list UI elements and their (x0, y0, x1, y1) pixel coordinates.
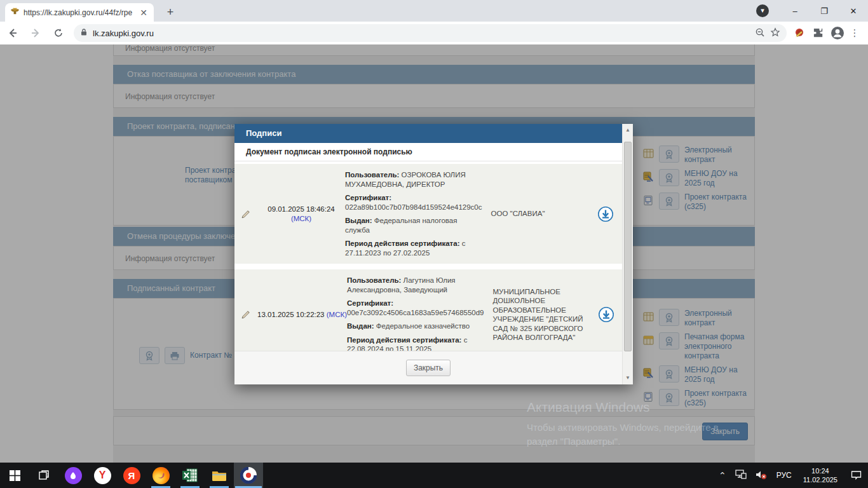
watermark-title: Активация Windows (527, 399, 736, 416)
msk-link[interactable]: (МСК) (257, 214, 345, 224)
window-restore-button[interactable]: ❐ (810, 0, 839, 22)
page-content: Информация отсутствует Отказ поставщика … (0, 44, 868, 463)
signature-pencil-icon (234, 209, 257, 219)
signature-datetime: 13.01.2025 10:22:23 (МСК) (257, 310, 347, 320)
scrollbar-thumb[interactable] (624, 142, 632, 351)
network-icon[interactable] (731, 470, 751, 481)
browser-toolbar: lk.zakupki.gov.ru ⋮ (0, 22, 868, 44)
doc-signed-label: Документ подписан электронной подписью (234, 143, 622, 161)
signature-pencil-icon (234, 309, 257, 320)
url-text[interactable]: lk.zakupki.gov.ru (93, 29, 750, 38)
coat-of-arms-favicon (10, 6, 20, 18)
browser-update-icon[interactable]: ▾ (756, 4, 769, 17)
scroll-up-icon[interactable]: ▲ (623, 125, 633, 135)
new-tab-button[interactable]: + (163, 5, 178, 20)
file-explorer-icon[interactable] (205, 463, 234, 488)
lock-icon (80, 28, 88, 38)
extensions-puzzle-icon[interactable] (811, 25, 826, 41)
dialog-title: Подписи (234, 124, 633, 143)
alice-assistant-icon[interactable] (58, 463, 88, 488)
watermark-line1: Чтобы активировать Windows, перейдите в (527, 421, 736, 435)
download-signature-icon[interactable] (589, 206, 622, 222)
msk-link[interactable]: (МСК) (327, 311, 347, 318)
sputnik-browser-icon-active[interactable] (234, 463, 263, 488)
window-close-button[interactable]: ✕ (839, 0, 868, 22)
url-bar[interactable]: lk.zakupki.gov.ru (74, 24, 787, 42)
zoom-out-icon[interactable] (755, 27, 765, 39)
tab-title: https://lk.zakupki.gov.ru/44fz/rpe (24, 8, 135, 17)
signature-row: 13.01.2025 10:22:23 (МСК) Пользователь: … (234, 269, 622, 360)
tab-strip: https://lk.zakupki.gov.ru/44fz/rpe ✕ + ▾… (0, 0, 868, 22)
signer-organization: МУНИЦИПАЛЬНОЕ ДОШКОЛЬНОЕ ОБРАЗОВАТЕЛЬНОЕ… (484, 287, 591, 342)
profile-avatar[interactable] (830, 25, 845, 41)
forward-icon[interactable] (25, 24, 46, 42)
tab-close-icon[interactable]: ✕ (139, 7, 149, 18)
task-view-button[interactable] (29, 463, 58, 488)
action-center-icon[interactable] (844, 463, 868, 488)
browser-tab[interactable]: https://lk.zakupki.gov.ru/44fz/rpe ✕ (5, 3, 154, 22)
signature-row: 09.01.2025 18:46:24 (МСК) Пользователь: … (234, 164, 622, 264)
windows-activation-watermark: Активация Windows Чтобы активировать Win… (527, 399, 736, 449)
cryptopro-extension-icon[interactable] (792, 25, 807, 41)
firefox-icon[interactable] (146, 463, 175, 488)
language-indicator[interactable]: РУС (771, 471, 797, 480)
windows-taskbar: Y Я ⌃ РУС 10:24 11.02.20 (0, 463, 868, 488)
certificate-details: Пользователь: Лагутина Юлия Александровн… (347, 276, 484, 354)
dialog-scrollbar[interactable]: ▲ ▼ (622, 124, 633, 384)
dialog-close-button[interactable]: Закрыть (406, 360, 451, 376)
excel-icon[interactable] (175, 463, 205, 488)
clock-date: 11.02.2025 (803, 475, 837, 484)
watermark-line2: раздел "Параметры". (527, 435, 736, 449)
dialog-footer: Закрыть (234, 351, 622, 384)
signature-datetime: 09.01.2025 18:46:24 (МСК) (257, 205, 345, 224)
bookmark-star-icon[interactable] (770, 27, 780, 39)
volume-muted-icon[interactable] (751, 470, 771, 482)
signatures-dialog: Подписи Документ подписан электронной по… (234, 124, 633, 384)
scroll-down-icon[interactable]: ▼ (623, 373, 633, 383)
signer-organization: ООО "СЛАВИА" (482, 209, 589, 219)
start-button[interactable] (0, 463, 29, 488)
window-minimize-button[interactable]: – (780, 0, 810, 22)
taskbar-clock[interactable]: 10:24 11.02.2025 (797, 466, 844, 484)
yandex-icon[interactable]: Я (117, 463, 146, 488)
browser-menu-icon[interactable]: ⋮ (849, 27, 860, 39)
download-signature-icon[interactable] (591, 306, 622, 323)
back-icon[interactable] (3, 24, 23, 42)
tray-chevron-icon[interactable]: ⌃ (714, 470, 731, 480)
screen: https://lk.zakupki.gov.ru/44fz/rpe ✕ + ▾… (0, 0, 868, 488)
certificate-details: Пользователь: ОЗРОКОВА ЮЛИЯ МУХАМЕДОВНА,… (345, 170, 482, 257)
clock-time: 10:24 (803, 466, 837, 475)
yandex-browser-icon[interactable]: Y (88, 463, 117, 488)
reload-icon[interactable] (48, 24, 69, 42)
